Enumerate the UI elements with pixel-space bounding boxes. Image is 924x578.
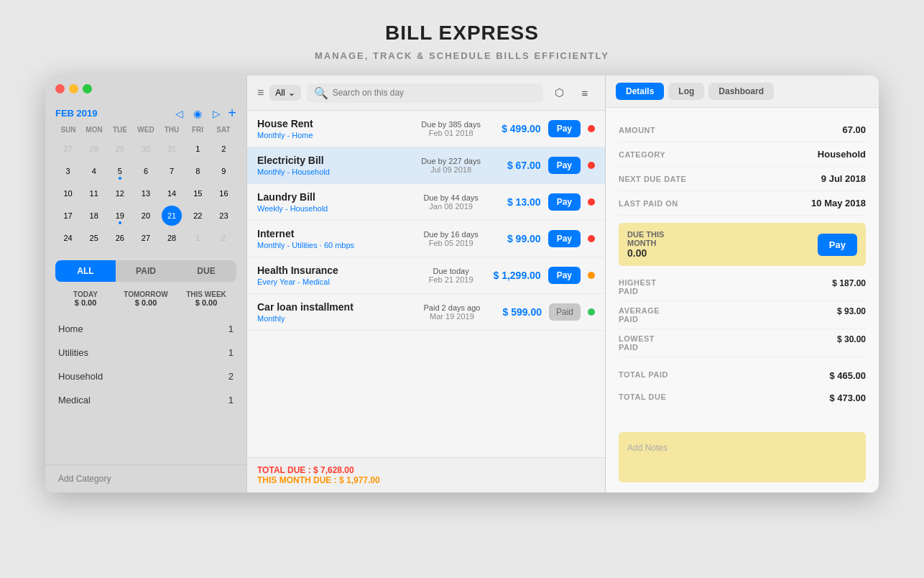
calendar-day-29[interactable]: 29 <box>110 139 130 159</box>
minimize-button[interactable] <box>69 84 78 93</box>
thisweek-label: THIS WEEK <box>176 290 236 298</box>
close-button[interactable] <box>55 84 65 93</box>
calendar-day-31[interactable]: 31 <box>162 139 182 159</box>
bill-row[interactable]: Electricity Bill Monthly - Household Due… <box>247 147 605 184</box>
pay-button[interactable]: Pay <box>548 230 581 247</box>
bill-row[interactable]: Health Insurance Every Year - Medical Du… <box>247 257 605 294</box>
calendar-day-30[interactable]: 30 <box>136 139 156 159</box>
calendar-day-26[interactable]: 26 <box>110 228 130 248</box>
menu-icon[interactable]: ≡ <box>257 86 264 99</box>
pay-button[interactable]: Pay <box>548 193 581 211</box>
bill-due: Due by 44 days Jan 08 2019 <box>419 193 484 211</box>
calendar-day-13[interactable]: 13 <box>136 183 156 203</box>
dtm-label: DUE THIS MONTH 0.00 <box>627 230 664 259</box>
calendar-day-25[interactable]: 25 <box>84 228 104 248</box>
bill-row[interactable]: Internet Monthly - Utilities · 60 mbps D… <box>247 221 605 257</box>
paid-button[interactable]: Paid <box>549 303 581 321</box>
calendar-day-11[interactable]: 11 <box>84 183 104 203</box>
next-month-button[interactable]: ▷ <box>209 106 223 121</box>
due-this-month-pay-button[interactable]: Pay <box>818 234 857 256</box>
category-item-household[interactable]: Household2 <box>45 364 246 388</box>
calendar-day-20[interactable]: 20 <box>136 206 156 226</box>
category-item-utilities[interactable]: Utilities1 <box>45 341 246 364</box>
calendar-day-23[interactable]: 23 <box>213 206 234 226</box>
search-input[interactable] <box>333 88 536 98</box>
thisweek-value: $ 0.00 <box>176 298 236 307</box>
tab-details[interactable]: Details <box>616 83 664 100</box>
category-item-medical[interactable]: Medical1 <box>45 388 246 412</box>
paid-button[interactable]: PAID <box>116 260 176 282</box>
calendar-day-7[interactable]: 7 <box>162 161 182 181</box>
bill-row[interactable]: House Rent Monthly - Home Due by 385 day… <box>247 111 605 147</box>
total-due-detail-label: TOTAL DUE <box>619 393 666 403</box>
calendar-day-1[interactable]: 1 <box>188 139 208 159</box>
calendar-day-15[interactable]: 15 <box>188 183 208 203</box>
all-button[interactable]: ALL <box>55 260 116 282</box>
dtm-label-line1: DUE THIS <box>627 230 664 239</box>
stats-section: HIGHESTPAID $ 187.00 AVERAGEPAID $ 93.00… <box>619 273 866 357</box>
bill-name: House Rent <box>257 118 412 129</box>
next-due-value: 9 Jul 2018 <box>821 173 866 184</box>
calendar-day-9[interactable]: 9 <box>213 161 234 181</box>
dow-wed: WED <box>133 124 159 135</box>
calendar-day-4[interactable]: 4 <box>84 161 104 181</box>
notes-area[interactable]: Add Notes <box>619 432 866 482</box>
maximize-button[interactable] <box>83 84 92 93</box>
calendar-day-3[interactable]: 3 <box>58 161 78 181</box>
pay-button[interactable]: Pay <box>548 157 581 174</box>
month-due: THIS MONTH DUE : $ 1,977.00 <box>257 475 595 485</box>
bill-due: Due today Feb 21 2019 <box>419 267 484 284</box>
add-event-button[interactable]: + <box>228 105 236 121</box>
calendar-day-10[interactable]: 10 <box>58 183 78 203</box>
bill-info: Internet Monthly - Utilities · 60 mbps <box>257 228 412 249</box>
calendar-day-18[interactable]: 18 <box>84 206 104 226</box>
today-button[interactable]: ◉ <box>190 106 205 121</box>
dtm-value: 0.00 <box>627 247 664 259</box>
search-box[interactable]: 🔍 <box>307 83 543 103</box>
calendar-day-27[interactable]: 27 <box>58 139 78 159</box>
bill-row[interactable]: Laundry Bill Weekly - Household Due by 4… <box>247 184 605 221</box>
calendar-day-8[interactable]: 8 <box>188 161 208 181</box>
calendar-day-2[interactable]: 2 <box>213 139 234 159</box>
calendar-day-17[interactable]: 17 <box>58 206 78 226</box>
calendar-day-28[interactable]: 28 <box>84 139 104 159</box>
calendar-day-14[interactable]: 14 <box>162 183 182 203</box>
calendar-day-16[interactable]: 16 <box>213 183 234 203</box>
category-count: 1 <box>228 395 234 405</box>
bill-row[interactable]: Car loan installment Monthly Paid 2 days… <box>247 294 605 331</box>
bill-due-label: Due by 44 days <box>419 193 484 202</box>
calendar-day-19[interactable]: 19 <box>110 206 130 226</box>
next-due-label: NEXT DUE DATE <box>619 175 686 183</box>
calendar-day-12[interactable]: 12 <box>110 183 130 203</box>
tab-dashboard[interactable]: Dashboard <box>708 83 774 100</box>
category-item-home[interactable]: Home1 <box>45 317 246 341</box>
add-category-button[interactable]: Add Category <box>45 464 246 492</box>
bill-name: Internet <box>257 228 412 239</box>
search-icon: 🔍 <box>314 86 328 100</box>
notes-placeholder: Add Notes <box>627 443 667 453</box>
total-due-detail-value: $ 473.00 <box>829 393 866 403</box>
calendar-day-21[interactable]: 21 <box>162 206 182 226</box>
options-icon[interactable]: ≡ <box>575 83 595 103</box>
calendar-day-5[interactable]: 5 <box>110 161 130 181</box>
calendar-day-27[interactable]: 27 <box>136 228 156 248</box>
calendar-grid: 2728293031123456789101112131415161718192… <box>55 138 236 249</box>
calendar-day-6[interactable]: 6 <box>136 161 156 181</box>
due-button[interactable]: DUE <box>176 260 236 282</box>
details-tabs: Details Log Dashboard <box>606 75 879 108</box>
calendar-day-22[interactable]: 22 <box>188 206 208 226</box>
calendar-day-28[interactable]: 28 <box>162 228 182 248</box>
calendar-day-2[interactable]: 2 <box>213 228 234 248</box>
calendar-day-24[interactable]: 24 <box>58 228 78 248</box>
pay-button[interactable]: Pay <box>548 120 581 137</box>
external-link-icon[interactable]: ⬡ <box>549 83 569 103</box>
filter-dropdown[interactable]: All ⌄ <box>269 85 300 101</box>
filter-value: All <box>275 88 285 98</box>
calendar-day-1[interactable]: 1 <box>188 228 208 248</box>
total-due-row: TOTAL DUE $ 473.00 <box>619 387 866 409</box>
pay-button[interactable]: Pay <box>548 267 581 284</box>
bill-sub: Monthly <box>257 314 412 323</box>
tab-log[interactable]: Log <box>668 83 704 100</box>
prev-month-button[interactable]: ◁ <box>172 106 186 121</box>
sidebar: FEB 2019 ◁ ◉ ▷ + SUN MON TUE WED THU FRI… <box>45 75 246 492</box>
